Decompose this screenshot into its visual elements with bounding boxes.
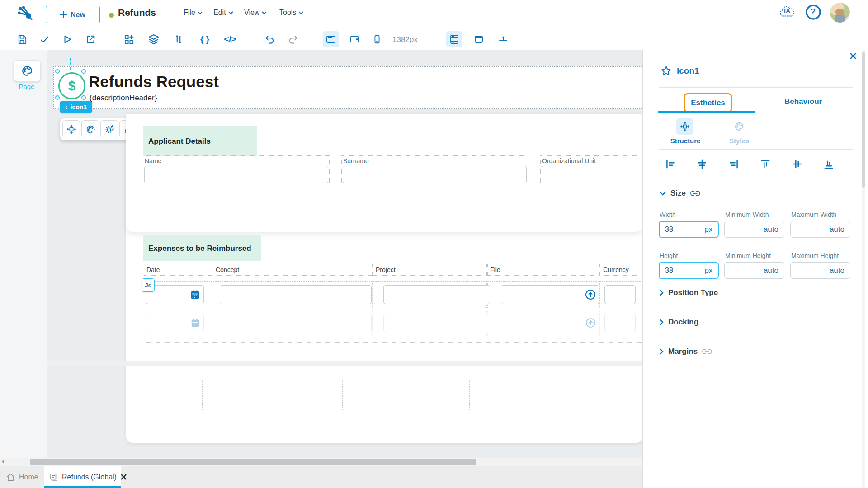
expenses-col-file[interactable]: File xyxy=(487,264,599,276)
export-button[interactable] xyxy=(83,31,99,47)
expenses-col-concept[interactable]: Concept xyxy=(213,264,373,276)
align-center-h-button[interactable] xyxy=(695,157,709,171)
margins-section-header[interactable]: Margins xyxy=(660,347,712,356)
empty-layout-cell[interactable] xyxy=(469,380,585,410)
user-avatar[interactable] xyxy=(830,3,850,23)
docking-section-header[interactable]: Docking xyxy=(660,318,698,327)
settings-button[interactable] xyxy=(100,120,118,138)
empty-layout-cell[interactable] xyxy=(143,380,203,410)
run-button[interactable] xyxy=(59,31,75,47)
min-width-input[interactable]: auto xyxy=(724,221,784,238)
new-button[interactable]: New xyxy=(46,6,100,23)
calendar-icon[interactable] xyxy=(190,290,200,300)
align-left-button[interactable] xyxy=(664,157,677,171)
currency-input[interactable] xyxy=(604,285,636,304)
merge-filter-button[interactable] xyxy=(495,31,511,47)
max-width-input[interactable]: auto xyxy=(790,221,850,238)
project-input-ghost xyxy=(383,314,490,332)
selected-element-badge[interactable]: ‹ icon1 xyxy=(60,101,92,113)
surname-field-cell[interactable]: Surname xyxy=(341,155,528,185)
desktop-view-button[interactable] xyxy=(323,31,339,47)
upload-icon[interactable] xyxy=(585,289,596,300)
org-unit-field-cell[interactable]: Organizational Unit xyxy=(540,155,643,185)
position-type-section-header[interactable]: Position Type xyxy=(660,288,718,297)
esthetics-annotation-highlight: Esthetics xyxy=(684,93,732,113)
empty-layout-cell[interactable] xyxy=(597,380,643,410)
align-top-button[interactable] xyxy=(759,157,772,171)
align-bottom-button[interactable] xyxy=(822,157,835,171)
undo-button[interactable] xyxy=(261,31,278,47)
mobile-view-button[interactable] xyxy=(369,31,385,47)
max-height-label: Maximum Height xyxy=(791,252,839,259)
menu-tools[interactable]: Tools xyxy=(279,7,303,18)
expenses-col-currency[interactable]: Currency xyxy=(599,264,643,276)
header-dollar-icon[interactable]: $ xyxy=(58,72,85,99)
validate-button[interactable] xyxy=(36,31,52,47)
horizontal-scrollbar-thumb[interactable] xyxy=(30,459,476,465)
source-code-button[interactable]: </> xyxy=(222,31,238,47)
tab-esthetics[interactable]: Esthetics xyxy=(691,99,725,108)
subtab-structure-label[interactable]: Structure xyxy=(667,137,703,145)
favorite-star-icon[interactable] xyxy=(660,66,672,76)
active-tab-underline xyxy=(658,111,755,113)
subtab-structure-icon[interactable] xyxy=(676,118,693,135)
app-logo-icon[interactable] xyxy=(16,6,34,20)
tab-home[interactable]: Home xyxy=(6,466,38,488)
align-center-v-button[interactable] xyxy=(790,157,804,171)
selection-handle-ne[interactable] xyxy=(81,69,86,74)
empty-layout-cell[interactable] xyxy=(342,380,457,410)
style-button[interactable] xyxy=(81,120,99,138)
currency-input-ghost xyxy=(604,314,636,332)
tablet-view-button[interactable] xyxy=(346,31,363,47)
width-unit: px xyxy=(705,225,718,234)
move-button[interactable] xyxy=(62,120,80,138)
name-input[interactable] xyxy=(144,166,328,183)
app-window: New Refunds File Edit View Tools IA ? xyxy=(0,0,868,488)
js-badge[interactable]: Js xyxy=(142,278,155,292)
width-input[interactable]: px xyxy=(659,221,719,238)
selection-handle-sw[interactable] xyxy=(55,95,60,100)
layout-sections-button[interactable] xyxy=(446,31,462,47)
braces-button[interactable]: { } xyxy=(197,31,213,47)
save-button[interactable] xyxy=(14,31,30,47)
flow-button[interactable] xyxy=(170,31,187,47)
menu-view[interactable]: View xyxy=(244,7,267,18)
project-input[interactable] xyxy=(383,285,490,304)
frame-button[interactable] xyxy=(471,31,487,47)
page-palette-button[interactable] xyxy=(14,60,41,82)
subtab-styles-icon[interactable] xyxy=(731,118,748,135)
panel-scrollbar-thumb[interactable] xyxy=(862,52,865,188)
tab-behaviour[interactable]: Behaviour xyxy=(784,97,822,106)
selected-element-name: icon1 xyxy=(71,103,87,111)
empty-layout-cell[interactable] xyxy=(212,380,329,410)
menu-edit[interactable]: Edit xyxy=(213,7,233,18)
close-icon xyxy=(849,52,857,60)
align-right-button[interactable] xyxy=(727,157,741,171)
expenses-col-project[interactable]: Project xyxy=(373,264,487,276)
file-input[interactable] xyxy=(501,285,599,304)
menu-file[interactable]: File xyxy=(184,7,203,18)
org-unit-input[interactable] xyxy=(542,166,644,183)
align-right-icon xyxy=(728,158,740,170)
subtab-styles-label[interactable]: Styles xyxy=(723,137,755,145)
selection-handle-nw[interactable] xyxy=(55,69,60,74)
size-section-header[interactable]: Size xyxy=(660,189,700,198)
redo-button[interactable] xyxy=(285,31,301,47)
height-unit: px xyxy=(705,267,718,275)
ai-assistant-button[interactable]: IA xyxy=(778,4,796,21)
max-height-input[interactable]: auto xyxy=(790,262,850,279)
expenses-col-date[interactable]: Date xyxy=(144,264,212,276)
surname-input[interactable] xyxy=(343,166,527,183)
height-input[interactable]: px xyxy=(659,262,719,279)
min-height-input[interactable]: auto xyxy=(724,262,784,279)
concept-input[interactable] xyxy=(220,285,372,304)
help-button[interactable]: ? xyxy=(805,4,822,21)
tab-refunds-global[interactable]: Refunds (Global) xyxy=(50,466,127,488)
layers-button[interactable] xyxy=(146,31,162,47)
components-button[interactable] xyxy=(121,31,137,47)
name-field-cell[interactable]: Name xyxy=(143,155,330,185)
panel-close-button[interactable] xyxy=(849,52,857,60)
scroll-left-arrow[interactable] xyxy=(1,460,5,464)
close-tab-icon[interactable] xyxy=(121,474,127,480)
selection-handle-se[interactable] xyxy=(81,95,86,100)
